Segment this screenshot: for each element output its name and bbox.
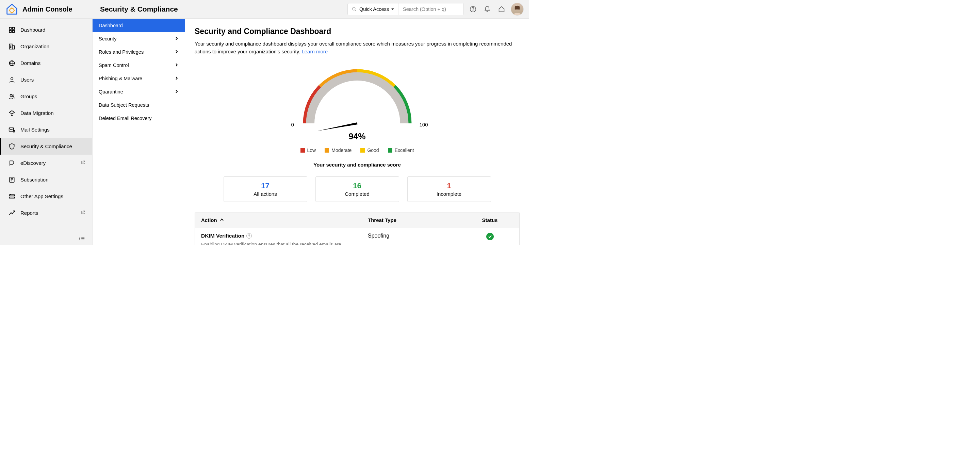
sidebar-item-label: Data Migration [21, 110, 54, 116]
svg-rect-8 [10, 30, 11, 32]
svg-point-20 [12, 95, 14, 97]
subnav-item-label: Quarantine [99, 89, 123, 95]
svg-rect-9 [13, 30, 14, 32]
subnav-item-deleted-email-recovery[interactable]: Deleted Email Recovery [92, 111, 185, 125]
search-input[interactable] [399, 3, 463, 15]
subnav-item-data-subject-requests[interactable]: Data Subject Requests [92, 98, 185, 111]
svg-rect-11 [12, 46, 14, 49]
subnav-item-label: Roles and Privileges [99, 49, 143, 55]
svg-marker-33 [317, 122, 357, 132]
quick-access-dropdown[interactable]: Quick Access [348, 3, 399, 15]
legend-low: Low [301, 147, 316, 153]
action-title: DKIM Verification ? [201, 233, 356, 239]
learn-more-link[interactable]: Learn more [301, 49, 328, 54]
chevron-right-icon [175, 76, 179, 81]
chevron-right-icon [175, 89, 179, 95]
sidebar-item-other-app-settings[interactable]: Other App Settings [0, 188, 92, 204]
search-icon [352, 7, 356, 11]
table-header: Action Threat Type Status [195, 212, 519, 228]
sidebar-item-mail-settings[interactable]: Mail Settings [0, 121, 92, 138]
stat-card-incomplete[interactable]: 1Incomplete [407, 176, 491, 202]
gauge-min: 0 [291, 122, 294, 127]
sidebar-item-security-compliance[interactable]: Security & Compliance [0, 138, 92, 155]
quick-access-label: Quick Access [360, 6, 389, 12]
sidebar-item-ediscovery[interactable]: eDiscovery [0, 155, 92, 171]
sidebar-item-label: Domains [21, 60, 40, 66]
sidebar-item-dashboard[interactable]: Dashboard [0, 21, 92, 38]
svg-rect-28 [10, 195, 14, 196]
help-icon[interactable] [468, 4, 478, 14]
sidebar-item-subscription[interactable]: Subscription [0, 171, 92, 188]
stat-value: 16 [316, 182, 399, 190]
dashboard-icon [8, 26, 16, 34]
threat-type: Spoofing [362, 228, 460, 245]
svg-point-4 [473, 11, 473, 11]
subnav-item-label: Security [99, 36, 116, 41]
home-icon[interactable] [496, 4, 507, 14]
svg-rect-29 [10, 197, 14, 198]
score-caption: Your security and compliance score [313, 162, 401, 168]
svg-rect-7 [13, 27, 14, 29]
subnav-item-phishing-malware[interactable]: Phishing & Malware [92, 72, 185, 85]
legend-excellent: Excellent [388, 147, 414, 153]
sidebar-item-label: Security & Compliance [21, 143, 72, 149]
subnav-item-quarantine[interactable]: Quarantine [92, 85, 185, 98]
migration-icon [8, 109, 16, 117]
organization-icon [8, 43, 16, 50]
legend-label: Low [307, 147, 316, 153]
sidebar-item-data-migration[interactable]: Data Migration [0, 105, 92, 121]
dashboard-title: Security and Compliance Dashboard [195, 27, 520, 36]
stat-card-completed[interactable]: 16Completed [315, 176, 399, 202]
sidebar-item-label: Groups [21, 93, 37, 99]
sidebar-item-users[interactable]: Users [0, 71, 92, 88]
svg-point-22 [13, 130, 14, 132]
page-title-header: Security & Compliance [100, 5, 178, 13]
external-link-icon [81, 210, 86, 216]
col-action[interactable]: Action [195, 212, 362, 228]
sidebar-item-label: Dashboard [21, 27, 45, 33]
svg-rect-6 [10, 27, 11, 29]
subnav-item-dashboard[interactable]: Dashboard [92, 19, 185, 32]
svg-point-0 [10, 8, 14, 13]
subscription-icon [8, 176, 16, 184]
avatar[interactable] [511, 3, 524, 16]
sidebar-item-label: Reports [21, 210, 38, 216]
legend-swatch [301, 148, 305, 153]
chevron-right-icon [175, 36, 179, 41]
ediscovery-icon [8, 159, 16, 167]
compliance-gauge: 0 100 [296, 62, 418, 133]
col-status[interactable]: Status [460, 212, 519, 228]
subnav-item-security[interactable]: Security [92, 32, 185, 45]
legend-good: Good [360, 147, 379, 153]
info-icon[interactable]: ? [247, 233, 252, 239]
legend-label: Excellent [395, 147, 414, 153]
sidebar-item-label: Other App Settings [21, 193, 63, 199]
stat-card-all-actions[interactable]: 17All actions [224, 176, 307, 202]
action-description: Enabling DKIM verification ensures that … [201, 241, 356, 245]
sidebar-item-reports[interactable]: Reports [0, 204, 92, 221]
gauge-legend: LowModerateGoodExcellent [301, 147, 414, 153]
subnav-item-label: Dashboard [99, 23, 123, 28]
subnav-item-roles-and-privileges[interactable]: Roles and Privileges [92, 45, 185, 59]
sidebar-item-organization[interactable]: Organization [0, 38, 92, 55]
chevron-right-icon [175, 49, 179, 55]
status-ok-icon [486, 233, 494, 240]
svg-line-2 [355, 10, 356, 11]
globe-icon [8, 59, 16, 67]
collapse-sidebar-button[interactable] [0, 233, 92, 245]
apps-icon [8, 193, 16, 200]
sidebar-item-label: Subscription [21, 177, 49, 182]
sidebar-item-domains[interactable]: Domains [0, 55, 92, 71]
subnav-item-spam-control[interactable]: Spam Control [92, 59, 185, 72]
sidebar-item-groups[interactable]: Groups [0, 88, 92, 105]
chevron-right-icon [175, 63, 179, 68]
users-icon [8, 93, 16, 100]
sort-asc-icon [220, 218, 224, 222]
bell-icon[interactable] [482, 4, 492, 14]
header: Admin Console Security & Compliance Quic… [0, 0, 529, 19]
table-row[interactable]: DKIM Verification ?Enabling DKIM verific… [195, 228, 519, 245]
col-threat[interactable]: Threat Type [362, 212, 460, 228]
svg-point-19 [10, 94, 12, 96]
primary-sidebar: DashboardOrganizationDomainsUsersGroupsD… [0, 19, 92, 245]
stat-label: Incomplete [408, 191, 491, 197]
